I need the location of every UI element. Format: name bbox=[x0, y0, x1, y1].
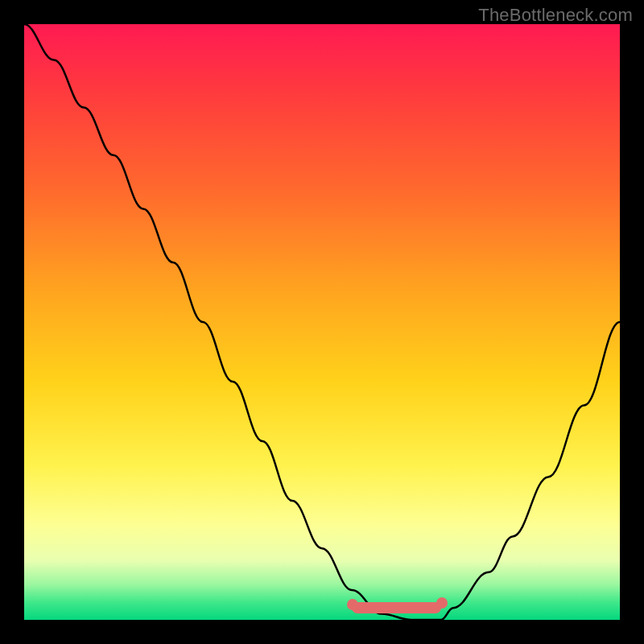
highlight-valley-dot-right bbox=[436, 597, 448, 609]
chart-frame: TheBottleneck.com bbox=[0, 0, 644, 644]
highlight-valley-bar bbox=[352, 602, 441, 613]
highlight-valley-dot-left bbox=[347, 599, 358, 610]
bottleneck-curve bbox=[24, 24, 620, 620]
watermark-text: TheBottleneck.com bbox=[478, 5, 633, 26]
plot-area bbox=[24, 24, 620, 620]
